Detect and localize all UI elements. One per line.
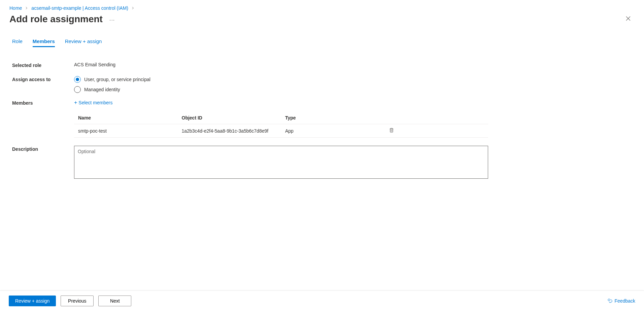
assign-access-radio-group: User, group, or service principal Manage… (74, 76, 635, 93)
footer: Review + assign Previous Next Feedback (0, 290, 644, 311)
members-th-objid: Object ID (178, 112, 281, 124)
members-th-type: Type (281, 112, 385, 124)
member-name: smtp-poc-test (74, 124, 178, 138)
tabs: Role Members Review + assign (12, 38, 635, 47)
select-members-label: Select members (78, 100, 112, 105)
svg-point-0 (608, 299, 610, 301)
tab-review-assign[interactable]: Review + assign (65, 38, 102, 47)
tab-role[interactable]: Role (12, 38, 23, 47)
delete-member-button[interactable] (389, 128, 394, 134)
members-table: Name Object ID Type smtp-poc-test 1a2b3c… (74, 112, 488, 138)
table-row: smtp-poc-test 1a2b3c4d-e2f4-5aa8-9b1c-3a… (74, 124, 488, 138)
select-members-link[interactable]: + Select members (74, 100, 113, 106)
radio-icon (74, 76, 81, 83)
radio-managed-identity[interactable]: Managed identity (74, 86, 635, 93)
description-input[interactable] (74, 146, 488, 179)
breadcrumb-resource-iam[interactable]: acsemail-smtp-example | Access control (… (31, 5, 128, 11)
radio-label: User, group, or service principal (84, 77, 150, 82)
breadcrumb: Home acsemail-smtp-example | Access cont… (9, 3, 637, 12)
previous-button[interactable]: Previous (61, 296, 94, 306)
more-icon[interactable]: ··· (109, 15, 115, 23)
feedback-link[interactable]: Feedback (607, 298, 635, 304)
chevron-right-icon (132, 6, 134, 10)
plus-icon: + (74, 100, 77, 106)
member-type: App (281, 124, 385, 138)
members-th-action (385, 112, 488, 124)
feedback-icon (607, 298, 613, 304)
close-button[interactable] (623, 13, 633, 25)
members-th-name: Name (74, 112, 178, 124)
page-title: Add role assignment (9, 14, 103, 25)
selected-role-label: Selected role (12, 63, 74, 68)
next-button[interactable]: Next (98, 296, 131, 306)
members-label: Members (12, 100, 74, 106)
member-objid: 1a2b3c4d-e2f4-5aa8-9b1c-3a5b6c7d8e9f (178, 124, 281, 138)
assign-access-label: Assign access to (12, 77, 74, 82)
description-label: Description (12, 146, 74, 152)
selected-role-value: ACS Email Sending (74, 62, 635, 67)
chevron-right-icon (25, 6, 28, 10)
trash-icon (389, 128, 394, 133)
tab-members[interactable]: Members (33, 38, 55, 47)
radio-icon (74, 86, 81, 93)
feedback-label: Feedback (615, 298, 635, 304)
radio-label: Managed identity (84, 87, 120, 92)
breadcrumb-home[interactable]: Home (9, 5, 22, 11)
review-assign-button[interactable]: Review + assign (9, 296, 56, 306)
close-icon (626, 16, 631, 21)
radio-user-group-sp[interactable]: User, group, or service principal (74, 76, 635, 83)
